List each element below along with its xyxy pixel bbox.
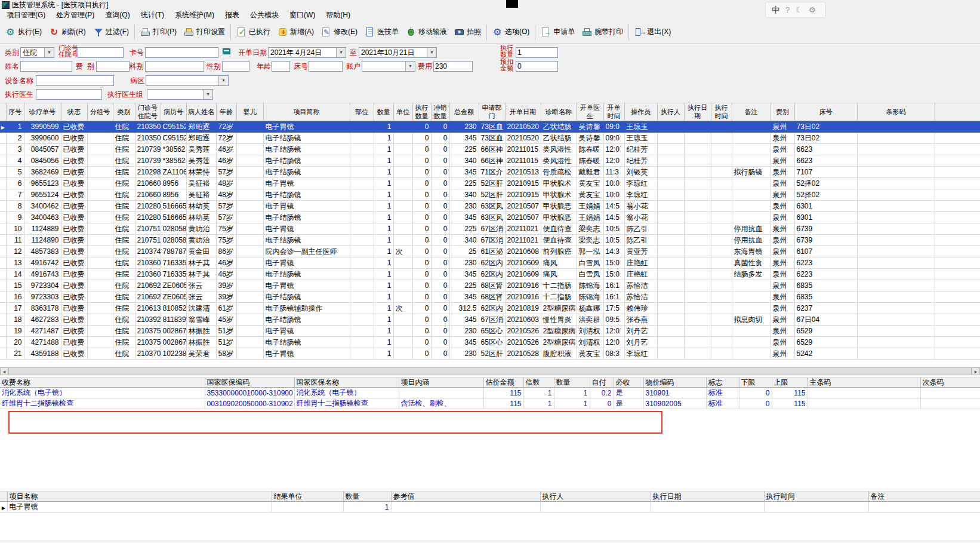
cell[interactable] — [236, 337, 263, 348]
cell[interactable] — [350, 246, 374, 257]
cell[interactable] — [857, 337, 935, 348]
cell[interactable]: 1 — [554, 388, 590, 398]
cell[interactable]: 1 — [374, 223, 393, 235]
column-header[interactable]: 床号 — [794, 103, 857, 121]
device-name-input[interactable] — [36, 75, 114, 86]
cell[interactable]: ZA1106 — [161, 167, 186, 178]
cell[interactable]: 20210915 — [505, 178, 541, 189]
cell[interactable] — [657, 326, 684, 337]
cell[interactable]: 纤维胃十二指肠镜检查 — [0, 398, 205, 409]
cell[interactable]: 15 — [6, 280, 24, 292]
cell[interactable] — [857, 155, 935, 167]
cell[interactable] — [393, 121, 412, 133]
cell[interactable]: 811839 — [161, 314, 186, 326]
cell[interactable] — [236, 246, 263, 257]
cell[interactable]: 1 — [374, 280, 393, 292]
cell[interactable]: 1 — [374, 144, 393, 155]
cell[interactable]: 次 — [393, 246, 412, 257]
cell[interactable]: 0 — [412, 280, 431, 292]
cell[interactable]: 516665 — [161, 201, 186, 212]
cell[interactable]: 张春燕 — [624, 314, 657, 326]
column-header[interactable]: 数量 — [343, 492, 391, 502]
cell[interactable]: 6301 — [794, 212, 857, 223]
column-header[interactable]: 执行数量 — [412, 103, 431, 121]
cell[interactable]: 0 — [431, 223, 449, 235]
table-row[interactable]: 159723304已收费住院210692ZE0605张云39岁电子胃镜10022… — [0, 280, 980, 292]
cell[interactable]: 230 — [449, 326, 479, 337]
cell[interactable]: 0 — [739, 398, 772, 409]
cell[interactable] — [87, 337, 113, 348]
cell[interactable]: 已收费 — [61, 269, 87, 280]
cell[interactable]: 刘丹艺 — [624, 337, 657, 348]
column-header[interactable]: 开单日期 — [505, 103, 541, 121]
cell[interactable]: 20210507 — [505, 212, 541, 223]
cell[interactable]: 便血待查 — [541, 235, 577, 246]
cell[interactable] — [87, 314, 113, 326]
cell[interactable]: 003109020050000-310902 — [205, 398, 294, 409]
cell[interactable] — [732, 348, 771, 360]
cell[interactable]: 苏恰洁 — [624, 280, 657, 292]
cell[interactable]: 4857383 — [24, 246, 61, 257]
cell[interactable] — [684, 155, 711, 167]
scroll-left-button[interactable] — [0, 367, 8, 375]
cell[interactable]: 电子结肠镜 — [263, 212, 350, 223]
cell[interactable]: 1 — [554, 398, 590, 409]
cell[interactable]: 王娟娟 — [577, 212, 603, 223]
table-row[interactable]: 134916742已收费住院210360716335林子其46岁电子胃镜1002… — [0, 257, 980, 269]
cell[interactable]: 纪桂芳 — [624, 144, 657, 155]
cell[interactable]: 57岁 — [216, 167, 236, 178]
column-header[interactable]: 年龄 — [216, 103, 236, 121]
cell[interactable]: 1 — [374, 269, 393, 280]
cell[interactable]: 20211021 — [505, 223, 541, 235]
cell[interactable] — [350, 292, 374, 303]
cell[interactable]: 张云 — [186, 280, 216, 292]
cell[interactable]: 0 — [412, 337, 431, 348]
cell[interactable]: 李琼红 — [624, 178, 657, 189]
cell[interactable]: 66区神 — [479, 155, 505, 167]
withhold-input[interactable] — [516, 61, 558, 72]
cell[interactable]: 1 — [374, 189, 393, 201]
wristband-print-button[interactable]: 腕带打印 — [579, 24, 626, 40]
cell[interactable] — [87, 348, 113, 360]
cell[interactable]: 前列腺癌 — [541, 246, 577, 257]
filter-button[interactable]: 过滤(F) — [90, 24, 132, 40]
cell[interactable]: 516665 — [161, 212, 186, 223]
cell[interactable]: 67区消 — [479, 235, 505, 246]
cell[interactable] — [87, 326, 113, 337]
cell[interactable] — [393, 235, 412, 246]
fee-type-input[interactable] — [96, 61, 130, 72]
cell[interactable]: 泉州 — [771, 314, 794, 326]
column-header[interactable]: 病历号 — [161, 103, 186, 121]
cell[interactable]: 已收费 — [61, 144, 87, 155]
cell[interactable]: 翁小花 — [624, 201, 657, 212]
cell[interactable]: 3682469 — [24, 167, 61, 178]
cell[interactable] — [87, 280, 113, 292]
exec-qty-input[interactable] — [516, 47, 558, 58]
cell[interactable] — [657, 155, 684, 167]
cell[interactable]: 0 — [412, 326, 431, 337]
cell[interactable]: 9723304 — [24, 280, 61, 292]
menu-item[interactable]: 帮助(H) — [320, 9, 356, 22]
cell[interactable] — [808, 398, 920, 409]
cell[interactable]: 63区风 — [479, 201, 505, 212]
cell[interactable]: 1 — [374, 167, 393, 178]
column-header[interactable]: 费别 — [771, 103, 794, 121]
cell[interactable]: 住院 — [113, 257, 135, 269]
cell[interactable]: 泉州 — [771, 167, 794, 178]
cell[interactable]: 住院 — [113, 269, 135, 280]
column-header[interactable]: 上限 — [772, 378, 808, 388]
cell[interactable]: 住院 — [113, 178, 135, 189]
cell[interactable] — [857, 348, 935, 360]
cell[interactable]: 4271488 — [24, 337, 61, 348]
visit-no-input[interactable] — [78, 47, 124, 58]
table-row[interactable]: 111124890已收费住院210751028058黄叻治75岁电子结肠镜100… — [0, 235, 980, 246]
cell[interactable]: 已收费 — [61, 303, 87, 314]
cell[interactable]: 1 — [374, 212, 393, 223]
cell[interactable]: 312.5 — [449, 303, 479, 314]
result-table[interactable]: 项目名称结果单位数量参考值执行人执行日期执行时间备注电子胃镜1 — [0, 491, 980, 513]
cell[interactable]: 20210513 — [505, 167, 541, 178]
cell[interactable]: 6223 — [794, 257, 857, 269]
cell[interactable] — [657, 223, 684, 235]
cell[interactable]: 225 — [449, 280, 479, 292]
menu-item[interactable]: 系统维护(M) — [170, 9, 220, 22]
